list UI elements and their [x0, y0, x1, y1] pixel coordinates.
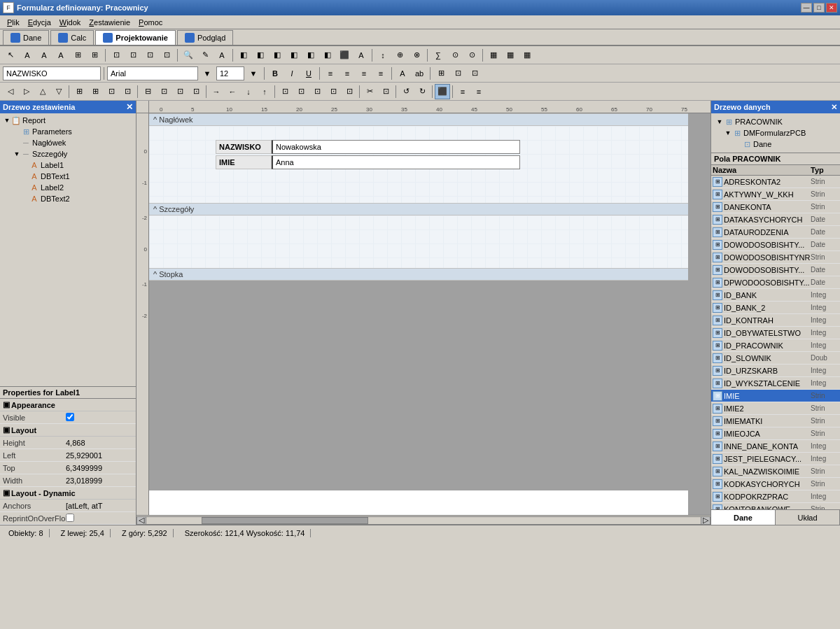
field-row-3[interactable]: ⊞DATAKASYCHORYCHDate: [711, 213, 840, 226]
field-name-input[interactable]: [3, 66, 101, 80]
color-btn[interactable]: A: [395, 66, 410, 81]
field-row-10[interactable]: ⊞ID_BANK_2Integ: [711, 302, 840, 314]
field-row-12[interactable]: ⊞ID_OBYWATELSTWOInteg: [711, 327, 840, 339]
tab-dane[interactable]: Dane: [3, 30, 49, 45]
field-row-6[interactable]: ⊞DOWODOSOBISHTYNRStrin: [711, 251, 840, 264]
toolbar-btn-29[interactable]: ▦: [503, 48, 518, 63]
toolbar-btn-4[interactable]: A: [53, 48, 69, 63]
field-row-20[interactable]: ⊞IMIEOJCAStrin: [711, 427, 840, 440]
underline-button[interactable]: U: [301, 66, 316, 81]
scroll-track[interactable]: [146, 516, 701, 525]
t2-btn21[interactable]: ⊡: [342, 84, 357, 99]
expand-szczegoly[interactable]: ▼: [13, 150, 21, 158]
toolbar-btn-18[interactable]: ◧: [303, 48, 318, 63]
field-row-16[interactable]: ⊞ID_WYKSZTALCENIEInteg: [711, 377, 840, 390]
field-row-21[interactable]: ⊞INNE_DANE_KONTAInteg: [711, 440, 840, 453]
t2-btn5[interactable]: ⊞: [71, 84, 87, 99]
field-row-26[interactable]: ⊞KONTOBANKOWEStrin: [711, 503, 840, 509]
toolbar-btn-7[interactable]: ⊡: [108, 48, 124, 63]
field-row-7[interactable]: ⊞DOWODOSOBISHTY...Date: [711, 264, 840, 276]
field-row-24[interactable]: ⊞KODKASYCHORYCHStrin: [711, 478, 840, 490]
toolbar-btn-16[interactable]: ◧: [270, 48, 285, 63]
field-value-imie[interactable]: Anna: [272, 155, 520, 169]
italic-button[interactable]: I: [284, 66, 300, 81]
field-row-5[interactable]: ⊞DOWODOSOBISHTY...Date: [711, 239, 840, 251]
center-canvas[interactable]: 0 5 10 15 20 25 30 35 40 45 50 55 60 65 …: [136, 101, 710, 525]
layout-dynamic-section-header[interactable]: ▣ Layout - Dynamic: [0, 487, 136, 500]
t2-btn3[interactable]: △: [35, 84, 50, 99]
tree-label2[interactable]: A Label2: [1, 182, 134, 193]
t2-btn28[interactable]: ≡: [471, 84, 486, 99]
t2-btn13[interactable]: →: [209, 84, 224, 99]
minimize-button[interactable]: —: [801, 3, 812, 13]
right-tree-dane[interactable]: ⊡ Dane: [714, 139, 837, 150]
tree-dbtext1[interactable]: A DBText1: [1, 171, 134, 182]
font-dropdown-btn[interactable]: ▼: [200, 66, 215, 81]
toolbar-btn-30[interactable]: ▦: [519, 48, 535, 63]
toolbar-btn-27[interactable]: ⊙: [464, 48, 479, 63]
tab-projektowanie[interactable]: Projektowanie: [95, 30, 176, 45]
appearance-section-header[interactable]: ▣ Appearance: [0, 399, 136, 411]
toolbar-btn-25[interactable]: ∑: [430, 48, 446, 63]
t2-btn19[interactable]: ⊡: [309, 84, 325, 99]
field-row-17[interactable]: ⊞IMIEStrin: [711, 390, 840, 402]
toolbar-btn-11[interactable]: 🔍: [181, 48, 196, 63]
maximize-button[interactable]: □: [813, 3, 825, 13]
font-size-input[interactable]: [216, 66, 244, 80]
t2-btn17[interactable]: ⊡: [277, 84, 293, 99]
tree-label1[interactable]: A Label1: [1, 160, 134, 171]
t2-btn11[interactable]: ⊡: [172, 84, 188, 99]
align-right-btn[interactable]: ≡: [356, 66, 372, 81]
right-tree-dmformularzpcb[interactable]: ▼ ⊞ DMFormularzPCB: [714, 127, 837, 139]
tab-podgląd[interactable]: Podgląd: [177, 30, 233, 45]
toolbar-btn-24[interactable]: ⊗: [409, 48, 424, 63]
field-row-23[interactable]: ⊞KAL_NAZWISKOIMIEStrin: [711, 465, 840, 478]
field-row-18[interactable]: ⊞IMIE2Strin: [711, 402, 840, 415]
toolbar-btn-5[interactable]: ⊞: [70, 48, 85, 63]
expand-pracownik[interactable]: ▼: [715, 118, 724, 126]
close-button[interactable]: ✕: [826, 3, 837, 13]
t2-btn25[interactable]: ↻: [414, 84, 430, 99]
field-row-22[interactable]: ⊞JEST_PIELEGNACY...Integ: [711, 453, 840, 465]
tree-report[interactable]: ▼ 📋 Report: [1, 115, 134, 126]
t2-btn16[interactable]: ↑: [257, 84, 272, 99]
bottom-tab-1[interactable]: Układ: [776, 510, 840, 525]
right-tree-pracownik[interactable]: ▼ ⊞ PRACOWNIK: [714, 116, 837, 127]
field-row-11[interactable]: ⊞ID_KONTRAHInteg: [711, 314, 840, 327]
padding-btn[interactable]: ⊡: [467, 66, 482, 81]
border-btn[interactable]: ⊞: [433, 66, 449, 81]
bold-button[interactable]: B: [267, 66, 283, 81]
menu-item-plik[interactable]: Plik: [3, 17, 24, 28]
t2-btn24[interactable]: ↺: [398, 84, 414, 99]
t2-btn9[interactable]: ⊟: [140, 84, 155, 99]
scroll-thumb[interactable]: [202, 517, 368, 524]
toolbar-btn-2[interactable]: A: [20, 48, 35, 63]
field-row-25[interactable]: ⊞KODPOKRZPRACInteg: [711, 490, 840, 503]
t2-btn20[interactable]: ⊡: [326, 84, 341, 99]
prop-reprint-checkbox[interactable]: [66, 514, 74, 522]
tab-calc[interactable]: Calc: [50, 30, 94, 45]
left-panel-close-btn[interactable]: ✕: [126, 102, 133, 112]
tree-dbtext2[interactable]: A DBText2: [1, 193, 134, 204]
right-panel-close-btn[interactable]: ✕: [831, 103, 837, 112]
field-row-9[interactable]: ⊞ID_BANKInteg: [711, 289, 840, 302]
t2-btn15[interactable]: ↓: [241, 84, 256, 99]
t2-btn18[interactable]: ⊡: [293, 84, 309, 99]
align-justify-btn[interactable]: ≡: [373, 66, 388, 81]
toolbar-btn-1[interactable]: ↖: [3, 48, 18, 63]
tree-parameters[interactable]: ⊞ Parameters: [1, 126, 134, 137]
toolbar-btn-21[interactable]: A: [354, 48, 369, 63]
toolbar-btn-12[interactable]: ✎: [197, 48, 213, 63]
t2-btn27[interactable]: ≡: [455, 84, 470, 99]
layout-section-header[interactable]: ▣ Layout: [0, 424, 136, 437]
t2-btn2[interactable]: ▷: [19, 84, 34, 99]
t2-btn7[interactable]: ⊡: [104, 84, 119, 99]
font-name-input[interactable]: [107, 66, 198, 80]
t2-btn26[interactable]: ⬛: [435, 84, 450, 99]
t2-btn22[interactable]: ✂: [362, 84, 377, 99]
tree-szczegoly[interactable]: ▼ ─ Szczegóły: [1, 148, 134, 160]
toolbar-btn-20[interactable]: ⬛: [337, 48, 352, 63]
field-row-15[interactable]: ⊞ID_URZSKARBInteg: [711, 365, 840, 377]
field-value-nazwisko[interactable]: Nowakowska: [272, 140, 520, 154]
field-row-13[interactable]: ⊞ID_PRACOWNIKInteg: [711, 339, 840, 352]
